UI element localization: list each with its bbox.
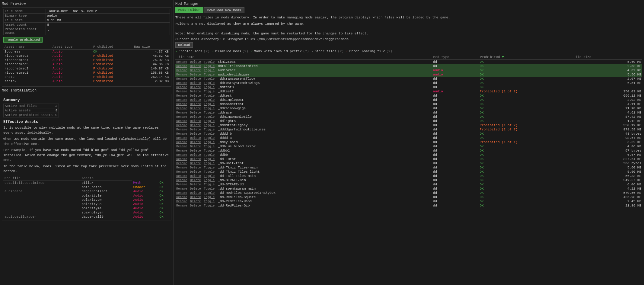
delete-btn[interactable]: Delete [190, 128, 201, 131]
rename-btn[interactable]: Rename [176, 136, 187, 140]
toggle-btn[interactable]: Toggle [204, 196, 215, 199]
delete-btn[interactable]: Delete [190, 166, 201, 169]
delete-btn[interactable]: Delete [190, 132, 201, 136]
rename-btn[interactable]: Rename [176, 60, 187, 64]
rename-btn[interactable]: Rename [176, 124, 187, 127]
filter-item[interactable]: ✓Mods with invalid prefix(?) [251, 50, 309, 53]
toggle-btn[interactable]: Toggle [204, 111, 215, 114]
toggle-btn[interactable]: Toggle [204, 124, 215, 127]
delete-btn[interactable]: Delete [190, 98, 201, 102]
table-row[interactable]: Rename Delete Toggle _ddmimapmaniptile d… [175, 115, 642, 119]
table-row[interactable]: Rename Delete Toggle _ddbb dd OK 6.67 MB [175, 153, 642, 157]
table-row[interactable]: Rename Delete Toggle _ddrainbowgiga dd O… [175, 106, 642, 110]
table-row[interactable]: Rename Delete Toggle _ddtest3 dd OK [175, 85, 642, 89]
toggle-btn[interactable]: Toggle [204, 158, 215, 161]
rename-btn[interactable]: Rename [176, 141, 187, 144]
delete-btn[interactable]: Delete [190, 149, 201, 152]
toggle-btn[interactable]: Toggle [204, 94, 215, 98]
toggle-btn[interactable]: Toggle [204, 136, 215, 140]
toggle-btn[interactable]: Toggle [204, 132, 215, 136]
toggle-btn[interactable]: Toggle [204, 86, 215, 89]
toggle-btn[interactable]: Toggle [204, 170, 215, 174]
toggle-btn[interactable]: Toggle [204, 69, 215, 72]
table-row[interactable]: Rename Delete Toggle _dd-spentagram-main… [175, 187, 642, 191]
table-row[interactable]: Rename Delete Toggle _dd-Tall Tiles-main… [175, 174, 642, 178]
delete-btn[interactable]: Delete [190, 69, 201, 72]
toggle-btn[interactable]: Toggle [204, 183, 215, 186]
delete-btn[interactable]: Delete [190, 60, 201, 64]
toggle-btn[interactable]: Toggle [204, 204, 215, 207]
rename-btn[interactable]: Rename [176, 158, 187, 161]
rename-btn[interactable]: Rename [176, 111, 187, 114]
delete-btn[interactable]: Delete [190, 111, 201, 114]
table-row[interactable]: Rename Delete Toggle audiorace audio OK … [175, 68, 642, 72]
rename-btn[interactable]: Rename [176, 196, 187, 199]
delete-btn[interactable]: Delete [190, 191, 201, 195]
rename-btn[interactable]: Rename [176, 90, 187, 93]
rename-btn[interactable]: Rename [176, 132, 187, 136]
table-row[interactable]: Rename Delete Toggle _ddtransparentfloor… [175, 77, 642, 81]
toggle-prohibited-button[interactable]: Toggle prohibited [3, 37, 43, 43]
delete-btn[interactable]: Delete [190, 136, 201, 140]
table-row[interactable]: Rename Delete Toggle _dd-STRAFE-dd dd OK… [175, 182, 642, 187]
delete-btn[interactable]: Delete [190, 120, 201, 123]
toggle-btn[interactable]: Toggle [204, 115, 215, 119]
delete-btn[interactable]: Delete [190, 200, 201, 203]
delete-btn[interactable]: Delete [190, 141, 201, 144]
delete-btn[interactable]: Delete [190, 124, 201, 127]
filter-item[interactable]: ✓Disabled mods(?) [212, 50, 248, 53]
delete-btn[interactable]: Delete [190, 170, 201, 174]
table-row[interactable]: Rename Delete Toggle audiodevildagger au… [175, 72, 642, 77]
toggle-btn[interactable]: Toggle [204, 65, 215, 68]
rename-btn[interactable]: Rename [176, 107, 187, 110]
table-row[interactable]: Rename Delete Toggle _ddddgarfwithoutclo… [175, 127, 642, 132]
filter-item[interactable]: ▪Other files(?) [311, 50, 344, 53]
rename-btn[interactable]: Rename [176, 191, 187, 195]
toggle-btn[interactable]: Toggle [204, 200, 215, 203]
table-row[interactable]: Rename Delete Toggle _dd-RedFiles-Hand d… [175, 199, 642, 203]
delete-btn[interactable]: Delete [190, 179, 201, 182]
toggle-btn[interactable]: Toggle [204, 149, 215, 152]
delete-btn[interactable]: Delete [190, 82, 201, 85]
rename-btn[interactable]: Rename [176, 149, 187, 152]
delete-btn[interactable]: Delete [190, 183, 201, 186]
table-row[interactable]: Rename Delete Toggle _ddcylboid dd Prohi… [175, 140, 642, 144]
toggle-btn[interactable]: Toggle [204, 73, 215, 76]
rename-btn[interactable]: Rename [176, 187, 187, 191]
table-row[interactable]: Rename Delete Toggle _ddshadertest dd OK… [175, 102, 642, 106]
table-row[interactable]: Rename Delete Toggle tkmiztest dd OK 5.6… [175, 59, 642, 64]
delete-btn[interactable]: Delete [190, 107, 201, 110]
toggle-btn[interactable]: Toggle [204, 187, 215, 191]
delete-btn[interactable]: Delete [190, 86, 201, 89]
toggle-btn[interactable]: Toggle [204, 120, 215, 123]
table-row[interactable]: Rename Delete Toggle _ddtest dd OK 699.1… [175, 94, 642, 98]
rename-btn[interactable]: Rename [176, 204, 187, 207]
toggle-btn[interactable]: Toggle [204, 107, 215, 110]
rename-btn[interactable]: Rename [176, 183, 187, 186]
tab-download-new-mods[interactable]: Download New Mods [204, 7, 244, 13]
rename-btn[interactable]: Rename [176, 65, 187, 68]
rename-btn[interactable]: Rename [176, 86, 187, 89]
toggle-btn[interactable]: Toggle [204, 103, 215, 106]
rename-btn[interactable]: Rename [176, 200, 187, 203]
toggle-btn[interactable]: Toggle [204, 77, 215, 81]
delete-btn[interactable]: Delete [190, 73, 201, 76]
delete-btn[interactable]: Delete [190, 158, 201, 161]
rename-btn[interactable]: Rename [176, 94, 187, 98]
delete-btn[interactable]: Delete [190, 94, 201, 98]
table-row[interactable]: Rename Delete Toggle _ddtestsystemdrawin… [175, 81, 642, 85]
rename-btn[interactable]: Rename [176, 73, 187, 76]
toggle-btn[interactable]: Toggle [204, 82, 215, 85]
toggle-btn[interactable]: Toggle [204, 98, 215, 102]
delete-btn[interactable]: Delete [190, 153, 201, 157]
tab-mods-folder[interactable]: Mods Folder [175, 7, 203, 13]
rename-btn[interactable]: Rename [176, 115, 187, 119]
toggle-btn[interactable]: Toggle [204, 179, 215, 182]
delete-btn[interactable]: Delete [190, 77, 201, 81]
table-row[interactable]: Rename Delete Toggle _dddd_b dd OK 48 by… [175, 132, 642, 136]
delete-btn[interactable]: Delete [190, 115, 201, 119]
delete-btn[interactable]: Delete [190, 196, 201, 199]
delete-btn[interactable]: Delete [190, 204, 201, 207]
filter-item[interactable]: ✓Enabled mods(?) [175, 50, 210, 53]
table-row[interactable]: Rename Delete Toggle ddtalltilesoptimize… [175, 64, 642, 68]
